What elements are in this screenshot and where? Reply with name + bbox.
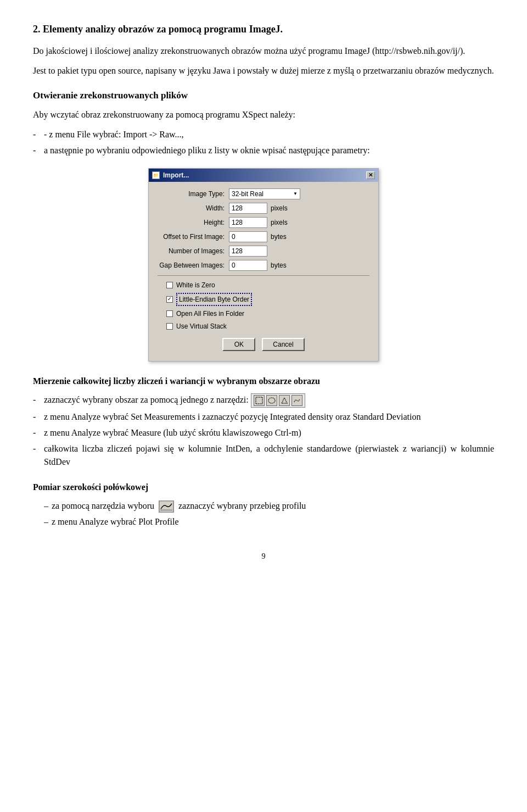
gap-row: Gap Between Images: bytes: [158, 260, 369, 271]
profile-section-title: Pomiar szerokości połówkowej: [33, 481, 494, 494]
opening-section-title: Otwieranie zrekonstruowanych plików: [33, 88, 494, 103]
polygon-tool-icon: [279, 395, 290, 406]
use-virtual-stack-label: Use Virtual Stack: [176, 321, 227, 331]
offset-row: Offset to First Image: bytes: [158, 231, 369, 242]
freehand-tool-icon: [291, 395, 302, 406]
little-endian-label: Little-Endian Byte Order: [176, 293, 252, 306]
measurement-item-1: zaznaczyć wybrany obszar za pomocą jedne…: [33, 393, 494, 408]
rectangle-tool-icon: [254, 395, 265, 406]
dialog-title-icon: 📁: [152, 171, 160, 179]
offset-unit: bytes: [271, 232, 287, 242]
opening-para1: Aby wczytać obraz zrekonstruowany za pom…: [33, 108, 494, 121]
profile-tool-icon: [159, 500, 174, 513]
measurement-list: zaznaczyć wybrany obszar za pomocą jedne…: [33, 393, 494, 469]
gap-input[interactable]: [229, 260, 267, 271]
white-is-zero-checkbox[interactable]: [166, 282, 173, 288]
use-virtual-stack-row: Use Virtual Stack: [166, 321, 369, 331]
profile-item-1: za pomocą narzędzia wyboru zaznaczyć wyb…: [44, 499, 494, 513]
white-is-zero-label: White is Zero: [176, 280, 215, 290]
dialog-wrapper: 📁 Import... ✕ Image Type: 32-bit Real ▼ …: [33, 168, 494, 361]
section-number: 2.: [33, 24, 41, 35]
num-images-label: Number of Images:: [158, 246, 229, 256]
svg-rect-2: [159, 501, 173, 512]
measurement-item-4: całkowita liczba zliczeń pojawi się w ko…: [33, 442, 494, 469]
height-label: Height:: [158, 218, 229, 227]
svg-rect-0: [256, 397, 262, 404]
offset-label: Offset to First Image:: [158, 232, 229, 242]
dropdown-arrow-icon: ▼: [293, 191, 298, 197]
tool-icons-group: [251, 393, 305, 408]
profile-item-2: z menu Analyze wybrać Plot Profile: [44, 515, 494, 529]
image-type-row: Image Type: 32-bit Real ▼: [158, 188, 369, 199]
open-all-files-checkbox[interactable]: [166, 310, 173, 317]
image-type-value: 32-bit Real: [232, 189, 264, 199]
height-unit: pixels: [271, 218, 288, 227]
use-virtual-stack-checkbox[interactable]: [166, 323, 173, 330]
white-is-zero-row: White is Zero: [166, 280, 369, 290]
height-row: Height: pixels: [158, 217, 369, 228]
width-row: Width: pixels: [158, 203, 369, 214]
little-endian-checkbox[interactable]: ✓: [166, 296, 173, 303]
little-endian-row: ✓ Little-Endian Byte Order: [166, 293, 369, 306]
open-all-files-row: Open All Files in Folder: [166, 309, 369, 319]
opening-step-1: - z menu File wybrać: Import -> Raw...,: [33, 128, 494, 141]
intro-paragraph-1: Do jakościowej i ilościowej analizy zrek…: [33, 45, 494, 58]
num-images-input[interactable]: [229, 246, 267, 257]
dialog-separator: [158, 275, 369, 276]
ellipse-tool-icon: [266, 395, 277, 406]
image-type-dropdown[interactable]: 32-bit Real ▼: [229, 188, 300, 199]
svg-point-1: [268, 398, 275, 403]
measurement-item-3: z menu Analyze wybrać Measure (lub użyć …: [33, 426, 494, 440]
dialog-title-area: 📁 Import...: [152, 170, 189, 180]
intro-paragraph-2: Jest to pakiet typu open source, napisan…: [33, 64, 494, 77]
dialog-close-button[interactable]: ✕: [366, 171, 375, 179]
dialog-buttons-area: OK Cancel: [158, 338, 369, 355]
section-heading: 2. Elementy analizy obrazów za pomocą pr…: [33, 22, 494, 37]
measurement-section-title: Mierzenie całkowitej liczby zliczeń i wa…: [33, 375, 494, 388]
width-input[interactable]: [229, 203, 267, 214]
section-title-text: Elementy analizy obrazów za pomocą progr…: [43, 24, 283, 35]
image-type-label: Image Type:: [158, 189, 229, 199]
height-input[interactable]: [229, 217, 267, 228]
dialog-titlebar: 📁 Import... ✕: [149, 169, 378, 182]
cancel-button[interactable]: Cancel: [262, 338, 304, 351]
offset-input[interactable]: [229, 231, 267, 242]
width-unit: pixels: [271, 203, 288, 213]
measurement-item-2: z menu Analyze wybrać Set Measurements i…: [33, 410, 494, 424]
ok-button[interactable]: OK: [222, 338, 255, 351]
gap-label: Gap Between Images:: [158, 260, 229, 270]
dialog-content: Image Type: 32-bit Real ▼ Width: pixels …: [149, 182, 378, 361]
width-label: Width:: [158, 203, 229, 213]
page-number: 9: [33, 550, 494, 562]
opening-steps-list: - z menu File wybrać: Import -> Raw..., …: [33, 128, 494, 157]
dialog-title-label: Import...: [163, 170, 189, 180]
open-all-files-label: Open All Files in Folder: [176, 309, 244, 319]
profile-list: za pomocą narzędzia wyboru zaznaczyć wyb…: [33, 499, 494, 529]
opening-step-2: a następnie po wybraniu odpowiedniego pl…: [33, 144, 494, 157]
import-dialog: 📁 Import... ✕ Image Type: 32-bit Real ▼ …: [148, 168, 379, 361]
gap-unit: bytes: [271, 260, 287, 270]
num-images-row: Number of Images:: [158, 246, 369, 257]
